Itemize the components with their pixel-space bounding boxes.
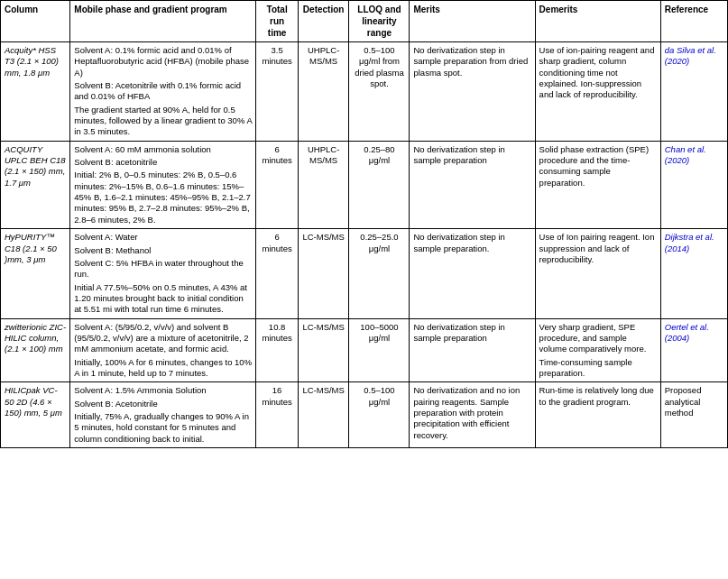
- cell-time: 16 minutes: [256, 382, 298, 448]
- header-mobile: Mobile phase and gradient program: [70, 1, 256, 42]
- cell-lloq: 0.25–80 μg/ml: [349, 141, 410, 228]
- cell-lloq: 0.5–100 μg/ml from dried plasma spot.: [349, 42, 410, 142]
- cell-reference: Oertel et al. (2004): [660, 318, 727, 382]
- cell-detection: UHPLC-MS/MS: [298, 141, 349, 228]
- cell-mobile: Solvent A: WaterSolvent B: MethanolSolve…: [70, 229, 256, 318]
- comparison-table: Column Mobile phase and gradient program…: [0, 0, 728, 448]
- table-row: HyPURITY™ C18 (2.1 × 50 )mm, 3 μmSolvent…: [1, 229, 728, 318]
- header-merits: Merits: [410, 1, 535, 42]
- cell-column: ACQUITY UPLC BEH C18 (2.1 × 150) mm, 1.7…: [1, 141, 70, 228]
- cell-time: 6 minutes: [256, 141, 298, 228]
- cell-lloq: 0.5–100 μg/ml: [349, 382, 410, 448]
- cell-merits: No derivatization step in sample prepara…: [410, 141, 535, 228]
- cell-demerits: Use of Ion pairing reagent. Ion suppress…: [535, 229, 660, 318]
- header-detection: Detection: [298, 1, 349, 42]
- table-row: Acquity* HSS T3 (2.1 × 100) mm, 1.8 μmSo…: [1, 42, 728, 142]
- cell-merits: No derivatization and no ion pairing rea…: [410, 382, 535, 448]
- cell-lloq: 0.25–25.0 μg/ml: [349, 229, 410, 318]
- cell-mobile: Solvent A: 60 mM ammonia solutionSolvent…: [70, 141, 256, 228]
- main-table-container: Column Mobile phase and gradient program…: [0, 0, 728, 448]
- cell-column: zwitterionic ZIC-HILIC column, (2.1 × 10…: [1, 318, 70, 382]
- cell-demerits: Use of ion-pairing reagent and sharp gra…: [535, 42, 660, 142]
- cell-lloq: 100–5000 μg/ml: [349, 318, 410, 382]
- cell-time: 3.5 minutes: [256, 42, 298, 142]
- header-column: Column: [1, 1, 70, 42]
- cell-mobile: Solvent A: 1.5% Ammonia SolutionSolvent …: [70, 382, 256, 448]
- cell-demerits: Very sharp gradient, SPE procedure, and …: [535, 318, 660, 382]
- cell-reference: da Silva et al. (2020): [660, 42, 727, 142]
- header-reference: Reference: [660, 1, 727, 42]
- header-demerits: Demerits: [535, 1, 660, 42]
- cell-column: Acquity* HSS T3 (2.1 × 100) mm, 1.8 μm: [1, 42, 70, 142]
- table-row: zwitterionic ZIC-HILIC column, (2.1 × 10…: [1, 318, 728, 382]
- cell-detection: LC-MS/MS: [298, 382, 349, 448]
- cell-demerits: Solid phase extraction (SPE) procedure a…: [535, 141, 660, 228]
- cell-time: 10.8 minutes: [256, 318, 298, 382]
- cell-detection: LC-MS/MS: [298, 318, 349, 382]
- header-time: Total run time: [256, 1, 298, 42]
- cell-column: HyPURITY™ C18 (2.1 × 50 )mm, 3 μm: [1, 229, 70, 318]
- cell-merits: No derivatization step in sample prepara…: [410, 42, 535, 142]
- cell-demerits: Run-time is relatively long due to the g…: [535, 382, 660, 448]
- cell-reference: Chan et al. (2020): [660, 141, 727, 228]
- cell-mobile: Solvent A: 0.1% formic acid and 0.01% of…: [70, 42, 256, 142]
- table-row: HILICpak VC-50 2D (4.6 × 150) mm, 5 μmSo…: [1, 382, 728, 448]
- cell-column: HILICpak VC-50 2D (4.6 × 150) mm, 5 μm: [1, 382, 70, 448]
- table-row: ACQUITY UPLC BEH C18 (2.1 × 150) mm, 1.7…: [1, 141, 728, 228]
- header-row: Column Mobile phase and gradient program…: [1, 1, 728, 42]
- cell-reference: Proposed analytical method: [660, 382, 727, 448]
- cell-detection: LC-MS/MS: [298, 229, 349, 318]
- cell-merits: No derivatization step in sample prepara…: [410, 229, 535, 318]
- cell-mobile: Solvent A: (5/95/0.2, v/v/v) and solvent…: [70, 318, 256, 382]
- cell-merits: No derivatization step in sample prepara…: [410, 318, 535, 382]
- cell-reference: Dijkstra et al. (2014): [660, 229, 727, 318]
- cell-time: 6 minutes: [256, 229, 298, 318]
- header-lloq: LLOQ and linearity range: [349, 1, 410, 42]
- cell-detection: UHPLC-MS/MS: [298, 42, 349, 142]
